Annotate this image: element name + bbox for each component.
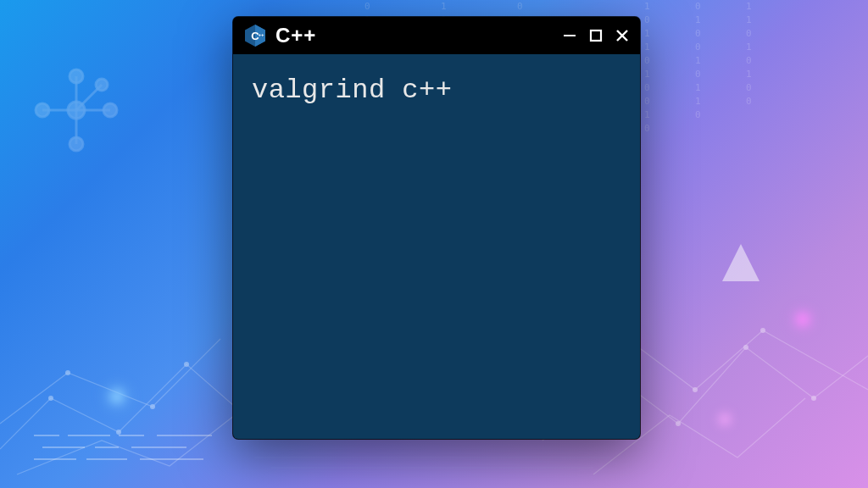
glow-dot — [797, 313, 809, 325]
data-lines-icon — [34, 429, 220, 471]
svg-point-10 — [693, 387, 698, 392]
terminal-window: C ++ C++ valgrind c++ — [233, 17, 640, 439]
svg-marker-25 — [722, 244, 760, 281]
svg-point-16 — [103, 103, 117, 117]
window-title: C++ — [275, 24, 316, 47]
svg-text:++: ++ — [258, 32, 264, 37]
svg-point-8 — [743, 345, 748, 350]
svg-point-17 — [70, 137, 83, 151]
terminal-body[interactable]: valgrind c++ — [233, 54, 640, 439]
cpp-logo-icon: C ++ — [243, 24, 267, 47]
svg-point-15 — [70, 69, 83, 83]
svg-point-4 — [65, 370, 70, 375]
titlebar[interactable]: C ++ C++ — [233, 17, 640, 54]
svg-rect-41 — [591, 30, 601, 41]
triangle-icon — [715, 237, 766, 288]
svg-point-5 — [150, 404, 155, 409]
terminal-content: valgrind c++ — [252, 75, 621, 106]
molecule-icon — [25, 59, 127, 161]
window-controls — [562, 28, 630, 43]
svg-point-19 — [96, 79, 108, 91]
maximize-button[interactable] — [589, 29, 603, 42]
svg-point-2 — [184, 362, 189, 367]
glow-dot — [110, 390, 124, 403]
svg-point-7 — [676, 421, 681, 426]
svg-line-24 — [76, 85, 102, 110]
svg-point-9 — [811, 396, 816, 401]
svg-point-1 — [116, 430, 121, 435]
svg-point-18 — [36, 103, 49, 117]
svg-point-14 — [68, 102, 85, 119]
glow-dot — [721, 415, 729, 424]
svg-point-0 — [48, 396, 53, 401]
close-button[interactable] — [615, 28, 630, 43]
svg-point-11 — [760, 328, 765, 333]
minimize-button[interactable] — [562, 28, 577, 43]
